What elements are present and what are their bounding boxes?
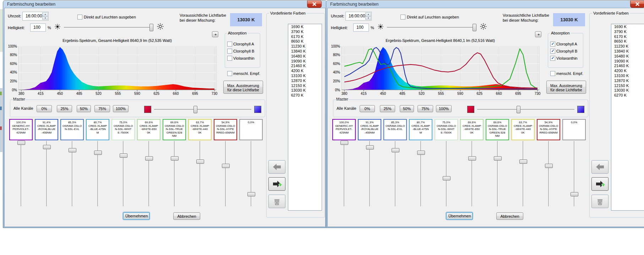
channel-slider-thumb-5[interactable] (443, 176, 451, 180)
channel-slider-thumb-1[interactable] (17, 141, 25, 145)
predefined-color-item[interactable]: 21460 K (288, 63, 322, 68)
predefined-color-item[interactable]: 1690 K (611, 24, 644, 29)
predefined-color-item[interactable]: 4200 K (611, 68, 644, 73)
close-button[interactable] (307, 0, 322, 8)
predefined-color-item[interactable]: 8650 K (611, 39, 644, 44)
channel-slider-track-10[interactable] (251, 141, 251, 206)
predefined-color-item[interactable]: 6170 K (611, 34, 644, 39)
master-preset-button-100pct[interactable]: 100% (113, 105, 129, 112)
predefined-color-item[interactable]: 4200 K (288, 68, 322, 73)
channel-box-9[interactable]: 54,9%OSRAM-OSLON-SSL-HYPERRED-656NM (537, 119, 560, 140)
master-slider-thumb[interactable] (193, 106, 197, 113)
channel-box-8[interactable]: 63,7%CREE-XLAMP-WHITE-4400K (188, 119, 212, 140)
brightness-slider-track[interactable] (387, 27, 476, 28)
channel-slider-track-1[interactable] (344, 141, 344, 206)
predefined-color-item[interactable]: 13100 K (611, 73, 644, 78)
spin-up-icon[interactable]: ▲ (366, 12, 371, 16)
direct-output-checkbox[interactable] (77, 15, 82, 20)
channel-slider-thumb-2[interactable] (366, 145, 374, 150)
predefined-color-item[interactable]: 16480 K (288, 54, 322, 59)
brightness-slider-thumb[interactable] (473, 24, 476, 31)
master-preset-button-50pct[interactable]: 50% (77, 105, 91, 112)
channel-box-9[interactable]: 54,9%OSRAM-OSLON-SSL-HYPERRED-656NM (214, 119, 237, 140)
spin-down-icon[interactable]: ▼ (43, 16, 48, 20)
absorption-checkbox-clorophyll-b[interactable] (227, 49, 232, 54)
predefined-color-item[interactable]: 12870 K (611, 78, 644, 83)
channel-slider-thumb-8[interactable] (196, 159, 204, 164)
channel-box-6[interactable]: 69,6%CREE-XLAMP-WHITE-6500K (137, 119, 160, 140)
predefined-colors-list[interactable]: 1690 K3790 K6170 K8650 K11230 K13840 K16… (611, 24, 644, 211)
predefined-color-item[interactable]: 19090 K (611, 59, 644, 64)
channel-slider-track-8[interactable] (200, 141, 200, 206)
absorption-checkbox-clorophyll-a[interactable]: ✓ (550, 42, 555, 47)
predefined-color-item[interactable]: 8650 K (288, 39, 322, 44)
channel-slider-track-2[interactable] (369, 141, 370, 206)
channel-box-7[interactable]: 69,6%OSRAM-OSLON-SSL-TRUEGREEN-528NM (163, 119, 186, 140)
predefined-color-item[interactable]: 12870 K (288, 78, 322, 83)
master-preset-button-0pct[interactable]: 0% (360, 105, 375, 112)
channel-box-10[interactable]: 0,0% (239, 119, 263, 140)
master-slider-thumb[interactable] (517, 106, 520, 113)
cancel-button[interactable]: Abbrechen (173, 212, 200, 220)
master-preset-button-75pct[interactable]: 75% (417, 105, 433, 112)
human-perception-checkbox[interactable] (550, 71, 555, 76)
time-spin-buttons[interactable]: ▲ ▼ (42, 12, 48, 20)
predefined-color-item[interactable]: 16480 K (611, 54, 644, 59)
cancel-button[interactable]: Abbrechen (496, 212, 523, 220)
predefined-color-item[interactable]: 19090 K (288, 59, 322, 64)
channel-slider-thumb-3[interactable] (69, 148, 76, 152)
channel-slider-track-6[interactable] (471, 141, 472, 206)
delete-preset-button[interactable] (268, 195, 285, 208)
predefined-color-item[interactable]: 6270 K (288, 93, 322, 98)
channel-box-5[interactable]: 75,0%OSRAM-OSLON-SSL-WHITE-7500K (111, 119, 135, 140)
channel-box-5[interactable]: 75,0%OSRAM-OSLON-SSL-WHITE-7500K (435, 119, 458, 140)
channel-slider-track-7[interactable] (497, 141, 498, 206)
master-preset-button-25pct[interactable]: 25% (380, 105, 395, 112)
delete-preset-button[interactable] (591, 195, 608, 208)
apply-button[interactable]: Übernehmen (123, 212, 150, 220)
predefined-color-item[interactable]: 13100 K (288, 73, 322, 78)
apply-button[interactable]: Übernehmen (446, 212, 473, 220)
channel-slider-thumb-10[interactable] (247, 192, 255, 196)
channel-slider-track-9[interactable] (548, 141, 549, 206)
channel-slider-track-5[interactable] (123, 141, 124, 206)
predefined-color-item[interactable]: 13840 K (288, 49, 322, 54)
channel-slider-thumb-6[interactable] (468, 156, 476, 161)
predefined-color-item[interactable]: 1690 K (288, 24, 322, 29)
channel-box-8[interactable]: 63,7%CREE-XLAMP-WHITE-4400K (511, 119, 535, 140)
channel-slider-thumb-7[interactable] (494, 156, 502, 161)
title-bar[interactable]: Farbmischung bearbeiten (3, 0, 327, 8)
absorption-checkbox-clorophyll-b[interactable]: ✓ (550, 49, 555, 54)
direct-output-checkbox[interactable] (400, 15, 405, 20)
channel-slider-thumb-8[interactable] (519, 159, 527, 164)
time-spinner[interactable]: 16:00:00 ▲ ▼ (345, 12, 372, 21)
time-spinner[interactable]: 16:00:00 ▲ ▼ (22, 12, 49, 21)
channel-box-4[interactable]: 80,7%CREE-XLAMP-BLUE-475NM (409, 119, 432, 140)
channel-slider-thumb-2[interactable] (43, 145, 51, 149)
channel-slider-track-10[interactable] (574, 141, 574, 206)
brightness-input[interactable]: 100 (30, 23, 46, 32)
channel-slider-track-5[interactable] (446, 141, 447, 206)
predefined-colors-list[interactable]: 1690 K3790 K6170 K8650 K11230 K13840 K16… (288, 24, 322, 211)
channel-slider-thumb-6[interactable] (145, 156, 153, 161)
max-drive-button[interactable]: Max. Aussteuerung für diese Lichtfarbe (223, 81, 263, 94)
master-slider-track[interactable] (477, 109, 574, 110)
predefined-color-item[interactable]: 12150 K (611, 83, 644, 88)
channel-slider-thumb-4[interactable] (417, 151, 425, 155)
channel-slider-thumb-4[interactable] (94, 151, 102, 155)
predefined-color-item[interactable]: 11230 K (611, 44, 644, 49)
channel-slider-track-9[interactable] (225, 141, 226, 206)
predefined-color-item[interactable]: 13840 K (611, 49, 644, 54)
predefined-color-item[interactable]: 13030 K (288, 88, 322, 93)
channel-slider-thumb-9[interactable] (222, 164, 230, 168)
move-left-button[interactable] (591, 160, 608, 174)
channel-box-2[interactable]: 91,3%CREE-XLAMP-ROYALBLUE-455NM (358, 119, 381, 140)
spin-down-icon[interactable]: ▼ (366, 16, 371, 20)
channel-box-4[interactable]: 80,7%CREE-XLAMP-BLUE-475NM (86, 119, 109, 140)
absorption-checkbox-clorophyll-a[interactable] (227, 42, 232, 47)
master-preset-button-75pct[interactable]: 75% (94, 105, 110, 112)
channel-slider-track-6[interactable] (148, 141, 149, 206)
predefined-color-item[interactable]: 3790 K (288, 29, 322, 34)
channel-slider-thumb-5[interactable] (120, 153, 127, 158)
time-spin-buttons[interactable]: ▲ ▼ (365, 12, 371, 20)
